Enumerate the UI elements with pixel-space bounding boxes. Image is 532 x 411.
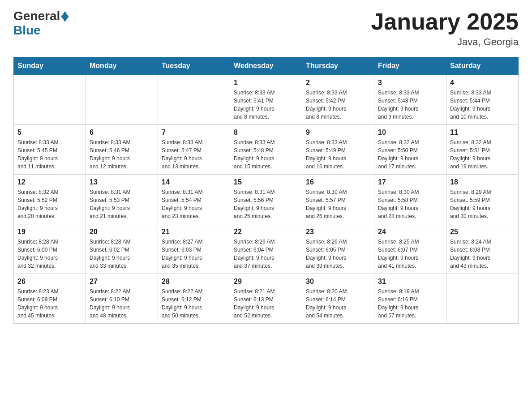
calendar-week-row: 5Sunrise: 8:33 AMSunset: 5:45 PMDaylight…: [14, 125, 519, 175]
calendar-cell: 8Sunrise: 8:33 AMSunset: 5:48 PMDaylight…: [230, 125, 302, 175]
day-number: 18: [450, 178, 515, 186]
day-info: Sunrise: 8:30 AMSunset: 5:57 PMDaylight:…: [306, 188, 370, 220]
calendar-cell: [14, 75, 86, 125]
calendar-week-row: 1Sunrise: 8:33 AMSunset: 5:41 PMDaylight…: [14, 75, 519, 125]
calendar-cell: 18Sunrise: 8:29 AMSunset: 5:59 PMDayligh…: [446, 175, 519, 224]
calendar-cell: 9Sunrise: 8:33 AMSunset: 5:49 PMDaylight…: [302, 125, 374, 175]
day-info: Sunrise: 8:33 AMSunset: 5:42 PMDaylight:…: [306, 89, 370, 121]
day-number: 7: [162, 128, 226, 137]
day-number: 11: [450, 128, 515, 137]
calendar-cell: 26Sunrise: 8:23 AMSunset: 6:09 PMDayligh…: [14, 274, 86, 324]
header-monday: Monday: [86, 57, 158, 75]
day-info: Sunrise: 8:25 AMSunset: 6:07 PMDaylight:…: [378, 238, 442, 270]
calendar-cell: 20Sunrise: 8:28 AMSunset: 6:02 PMDayligh…: [86, 224, 158, 274]
calendar-cell: 24Sunrise: 8:25 AMSunset: 6:07 PMDayligh…: [374, 224, 446, 274]
calendar-cell: 31Sunrise: 8:19 AMSunset: 6:16 PMDayligh…: [374, 274, 446, 324]
day-number: 4: [450, 79, 515, 87]
day-info: Sunrise: 8:33 AMSunset: 5:49 PMDaylight:…: [306, 138, 370, 171]
calendar-cell: 22Sunrise: 8:26 AMSunset: 6:04 PMDayligh…: [230, 224, 302, 274]
day-info: Sunrise: 8:33 AMSunset: 5:46 PMDaylight:…: [90, 138, 154, 171]
calendar-cell: 21Sunrise: 8:27 AMSunset: 6:03 PMDayligh…: [158, 224, 230, 274]
calendar-cell: [86, 75, 158, 125]
calendar-cell: 19Sunrise: 8:28 AMSunset: 6:00 PMDayligh…: [14, 224, 86, 274]
calendar-week-row: 12Sunrise: 8:32 AMSunset: 5:52 PMDayligh…: [14, 175, 519, 224]
day-info: Sunrise: 8:33 AMSunset: 5:45 PMDaylight:…: [17, 138, 82, 171]
day-number: 24: [378, 228, 442, 236]
title-section: January 2025 Java, Georgia: [371, 9, 519, 48]
day-number: 27: [90, 278, 154, 286]
calendar-cell: 4Sunrise: 8:33 AMSunset: 5:44 PMDaylight…: [446, 75, 519, 125]
calendar-week-row: 26Sunrise: 8:23 AMSunset: 6:09 PMDayligh…: [14, 274, 519, 324]
calendar-cell: 6Sunrise: 8:33 AMSunset: 5:46 PMDaylight…: [86, 125, 158, 175]
day-info: Sunrise: 8:33 AMSunset: 5:41 PMDaylight:…: [234, 89, 298, 121]
day-info: Sunrise: 8:23 AMSunset: 6:09 PMDaylight:…: [17, 287, 82, 320]
calendar-table: SundayMondayTuesdayWednesdayThursdayFrid…: [13, 57, 519, 324]
header-friday: Friday: [374, 57, 446, 75]
calendar-cell: 7Sunrise: 8:33 AMSunset: 5:47 PMDaylight…: [158, 125, 230, 175]
day-info: Sunrise: 8:33 AMSunset: 5:48 PMDaylight:…: [234, 138, 298, 171]
header-tuesday: Tuesday: [158, 57, 230, 75]
calendar-cell: 15Sunrise: 8:31 AMSunset: 5:56 PMDayligh…: [230, 175, 302, 224]
day-number: 5: [17, 128, 82, 137]
header-thursday: Thursday: [302, 57, 374, 75]
header-wednesday: Wednesday: [230, 57, 302, 75]
day-info: Sunrise: 8:19 AMSunset: 6:16 PMDaylight:…: [378, 287, 442, 320]
calendar-cell: 13Sunrise: 8:31 AMSunset: 5:53 PMDayligh…: [86, 175, 158, 224]
day-info: Sunrise: 8:26 AMSunset: 6:04 PMDaylight:…: [234, 238, 298, 270]
day-number: 1: [234, 79, 298, 87]
day-number: 25: [450, 228, 515, 236]
day-number: 22: [234, 228, 298, 236]
logo-general-text: General: [13, 9, 60, 23]
day-info: Sunrise: 8:32 AMSunset: 5:51 PMDaylight:…: [450, 138, 515, 171]
day-number: 23: [306, 228, 370, 236]
day-number: 12: [17, 178, 82, 186]
day-number: 8: [234, 128, 298, 137]
day-info: Sunrise: 8:28 AMSunset: 6:00 PMDaylight:…: [17, 238, 82, 270]
calendar-cell: 27Sunrise: 8:22 AMSunset: 6:10 PMDayligh…: [86, 274, 158, 324]
calendar-cell: 12Sunrise: 8:32 AMSunset: 5:52 PMDayligh…: [14, 175, 86, 224]
day-number: 26: [17, 278, 82, 286]
calendar-header-row: SundayMondayTuesdayWednesdayThursdayFrid…: [14, 57, 519, 75]
day-number: 6: [90, 128, 154, 137]
day-info: Sunrise: 8:32 AMSunset: 5:50 PMDaylight:…: [378, 138, 442, 171]
day-number: 31: [378, 278, 442, 286]
calendar-title: January 2025: [371, 9, 519, 34]
day-info: Sunrise: 8:21 AMSunset: 6:13 PMDaylight:…: [234, 287, 298, 320]
day-info: Sunrise: 8:22 AMSunset: 6:12 PMDaylight:…: [162, 287, 226, 320]
day-number: 16: [306, 178, 370, 186]
header-sunday: Sunday: [14, 57, 86, 75]
day-info: Sunrise: 8:31 AMSunset: 5:56 PMDaylight:…: [234, 188, 298, 220]
calendar-cell: 29Sunrise: 8:21 AMSunset: 6:13 PMDayligh…: [230, 274, 302, 324]
calendar-week-row: 19Sunrise: 8:28 AMSunset: 6:00 PMDayligh…: [14, 224, 519, 274]
calendar-cell: 14Sunrise: 8:31 AMSunset: 5:54 PMDayligh…: [158, 175, 230, 224]
day-number: 15: [234, 178, 298, 186]
calendar-cell: 1Sunrise: 8:33 AMSunset: 5:41 PMDaylight…: [230, 75, 302, 125]
day-info: Sunrise: 8:28 AMSunset: 6:02 PMDaylight:…: [90, 238, 154, 270]
day-number: 21: [162, 228, 226, 236]
day-info: Sunrise: 8:30 AMSunset: 5:58 PMDaylight:…: [378, 188, 442, 220]
day-number: 19: [17, 228, 82, 236]
calendar-cell: 30Sunrise: 8:20 AMSunset: 6:14 PMDayligh…: [302, 274, 374, 324]
header-saturday: Saturday: [446, 57, 519, 75]
day-info: Sunrise: 8:33 AMSunset: 5:44 PMDaylight:…: [450, 89, 515, 121]
calendar-cell: 23Sunrise: 8:26 AMSunset: 6:05 PMDayligh…: [302, 224, 374, 274]
calendar-cell: 3Sunrise: 8:33 AMSunset: 5:43 PMDaylight…: [374, 75, 446, 125]
day-info: Sunrise: 8:20 AMSunset: 6:14 PMDaylight:…: [306, 287, 370, 320]
calendar-cell: 5Sunrise: 8:33 AMSunset: 5:45 PMDaylight…: [14, 125, 86, 175]
calendar-cell: 17Sunrise: 8:30 AMSunset: 5:58 PMDayligh…: [374, 175, 446, 224]
calendar-cell: 2Sunrise: 8:33 AMSunset: 5:42 PMDaylight…: [302, 75, 374, 125]
day-info: Sunrise: 8:29 AMSunset: 5:59 PMDaylight:…: [450, 188, 515, 220]
day-info: Sunrise: 8:31 AMSunset: 5:54 PMDaylight:…: [162, 188, 226, 220]
calendar-cell: [446, 274, 519, 324]
calendar-subtitle: Java, Georgia: [371, 36, 519, 48]
logo: General Blue: [13, 9, 69, 38]
day-info: Sunrise: 8:26 AMSunset: 6:05 PMDaylight:…: [306, 238, 370, 270]
day-number: 29: [234, 278, 298, 286]
day-info: Sunrise: 8:24 AMSunset: 6:08 PMDaylight:…: [450, 238, 515, 270]
day-info: Sunrise: 8:32 AMSunset: 5:52 PMDaylight:…: [17, 188, 82, 220]
day-number: 13: [90, 178, 154, 186]
day-number: 20: [90, 228, 154, 236]
calendar-cell: 11Sunrise: 8:32 AMSunset: 5:51 PMDayligh…: [446, 125, 519, 175]
day-info: Sunrise: 8:27 AMSunset: 6:03 PMDaylight:…: [162, 238, 226, 270]
day-info: Sunrise: 8:33 AMSunset: 5:43 PMDaylight:…: [378, 89, 442, 121]
